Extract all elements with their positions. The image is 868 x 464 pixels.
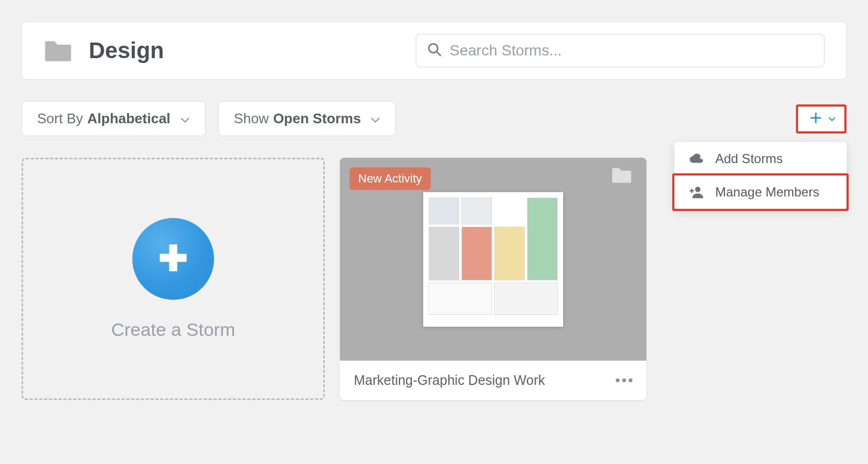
show-label: Show: [234, 110, 269, 127]
folder-icon: [611, 166, 632, 184]
search-placeholder: Search Storms...: [450, 42, 562, 59]
sort-filter[interactable]: Sort By Alphabetical: [22, 101, 205, 136]
storm-title: Marketing-Graphic Design Work: [354, 372, 545, 388]
cloud-plus-icon: [688, 151, 705, 167]
dropdown-item-manage-members[interactable]: Manage Members: [672, 173, 849, 211]
plus-icon: [157, 242, 189, 276]
page-title: Design: [89, 38, 164, 64]
storm-preview: New Activity: [340, 158, 646, 361]
search-input[interactable]: Search Storms...: [416, 34, 824, 67]
storm-card[interactable]: New Activity Marketing-Graphic Design Wo…: [340, 158, 646, 400]
sort-label: Sort By: [37, 110, 83, 127]
plus-icon: [809, 111, 823, 127]
dropdown-item-add-storms[interactable]: Add Storms: [674, 142, 846, 175]
storm-footer: Marketing-Graphic Design Work: [340, 361, 646, 400]
show-value: Open Storms: [273, 110, 361, 127]
add-button[interactable]: [796, 104, 846, 133]
add-dropdown: Add Storms Manage Members: [796, 104, 846, 133]
add-dropdown-menu: Add Storms Manage Members: [674, 142, 846, 209]
create-storm-card[interactable]: Create a Storm: [22, 158, 325, 400]
folder-icon: [44, 39, 73, 62]
more-options-icon[interactable]: [616, 378, 632, 382]
svg-point-4: [695, 187, 701, 192]
chevron-down-icon: [371, 110, 380, 127]
sort-value: Alphabetical: [87, 110, 170, 127]
chevron-down-icon: [828, 114, 836, 124]
svg-point-0: [429, 44, 438, 53]
create-storm-circle: [132, 218, 214, 300]
person-plus-icon: [688, 184, 705, 200]
filters-row: Sort By Alphabetical Show Open Storms: [22, 101, 846, 136]
svg-line-1: [437, 52, 441, 56]
dropdown-item-label: Manage Members: [715, 185, 819, 200]
chevron-down-icon: [180, 110, 190, 127]
storm-thumbnail: [423, 192, 563, 327]
show-filter[interactable]: Show Open Storms: [218, 101, 396, 136]
activity-badge: New Activity: [350, 167, 431, 190]
dropdown-item-label: Add Storms: [715, 151, 782, 166]
search-icon: [427, 42, 442, 59]
header-bar: Design Search Storms...: [22, 22, 846, 80]
create-storm-label: Create a Storm: [111, 319, 236, 340]
